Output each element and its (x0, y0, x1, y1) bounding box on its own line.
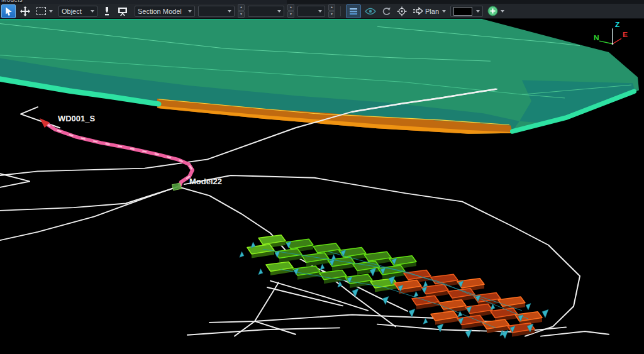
color-swatch (453, 7, 472, 16)
axis-label-e: E (623, 31, 628, 39)
spin-down-icon[interactable]: ▼ (238, 11, 245, 18)
move-tool-button[interactable] (19, 5, 31, 18)
selection-mode-dropdown[interactable]: Object (58, 6, 97, 17)
ink-marker-icon (103, 6, 111, 16)
main-toolbar: Object Section Model ▲▼ ▲▼ (0, 4, 644, 19)
spin-down-icon[interactable]: ▼ (328, 11, 335, 18)
color-picker-dropdown[interactable] (450, 6, 483, 17)
view-orientation-label: Plan (425, 8, 439, 15)
marquee-icon (36, 7, 46, 15)
selection-mode-value: Object (62, 8, 87, 15)
spinner-3[interactable]: ▲▼ (328, 4, 335, 18)
layers-icon (349, 7, 358, 16)
toolbar-separator (340, 6, 341, 16)
model-dropdown[interactable]: Section Model (135, 6, 195, 17)
plan-view-arrow-icon (413, 7, 423, 15)
add-new-button[interactable] (486, 5, 499, 18)
spin-down-icon[interactable]: ▼ (287, 11, 294, 18)
axis-triad-origin (612, 43, 614, 45)
chevron-down-icon[interactable] (501, 10, 504, 13)
plus-circle-icon (487, 6, 498, 16)
chevron-down-icon (228, 10, 231, 13)
model-dropdown-value: Section Model (138, 8, 184, 15)
view-orientation-button[interactable]: Plan (411, 5, 447, 18)
screen-icon (117, 6, 128, 16)
tab-label-fragment: Models (1, 0, 23, 3)
viewport-3d[interactable]: WD001_SModel22ZNE (0, 19, 644, 354)
surface-rim-band (0, 19, 482, 19)
axis-label-z: Z (615, 21, 619, 29)
spin-up-icon[interactable]: ▲ (287, 4, 294, 11)
cursor-icon (4, 6, 14, 16)
spinner-1[interactable]: ▲▼ (238, 4, 245, 18)
layer-manager-button[interactable] (346, 4, 361, 18)
axis-label-n: N (594, 33, 599, 41)
spin-up-icon[interactable]: ▲ (238, 4, 245, 11)
move-icon (19, 6, 31, 17)
chevron-down-icon (318, 10, 322, 13)
spinner-2[interactable]: ▲▼ (287, 4, 294, 18)
empty-dropdown-2[interactable] (248, 6, 284, 17)
chevron-down-icon (277, 10, 281, 13)
drillhole-end-marker[interactable] (172, 183, 182, 191)
chevron-down-icon (91, 10, 94, 13)
empty-dropdown-3[interactable] (297, 6, 325, 17)
viewport-label[interactable]: Model22 (189, 177, 222, 186)
chevron-down-icon (188, 10, 192, 13)
eye-icon (365, 8, 376, 15)
orbit-undo-button[interactable] (380, 5, 392, 18)
chevron-down-icon (442, 10, 446, 13)
center-view-button[interactable] (396, 5, 408, 18)
visibility-button[interactable] (364, 5, 377, 18)
curved-arrow-icon (381, 7, 391, 16)
presentation-button[interactable] (116, 5, 129, 18)
chevron-down-icon[interactable] (49, 10, 53, 13)
target-icon (397, 6, 407, 16)
chevron-down-icon (476, 10, 480, 13)
marquee-select-button[interactable] (35, 5, 47, 18)
application-window: Models Object (0, 0, 644, 354)
scene-canvas[interactable]: WD001_SModel22ZNE (0, 19, 644, 354)
select-tool-button[interactable] (1, 4, 16, 18)
viewport-label[interactable]: WD001_S (58, 114, 95, 123)
paint-attribute-button[interactable] (101, 5, 113, 18)
empty-dropdown-1[interactable] (198, 6, 235, 17)
spin-up-icon[interactable]: ▲ (328, 4, 335, 11)
